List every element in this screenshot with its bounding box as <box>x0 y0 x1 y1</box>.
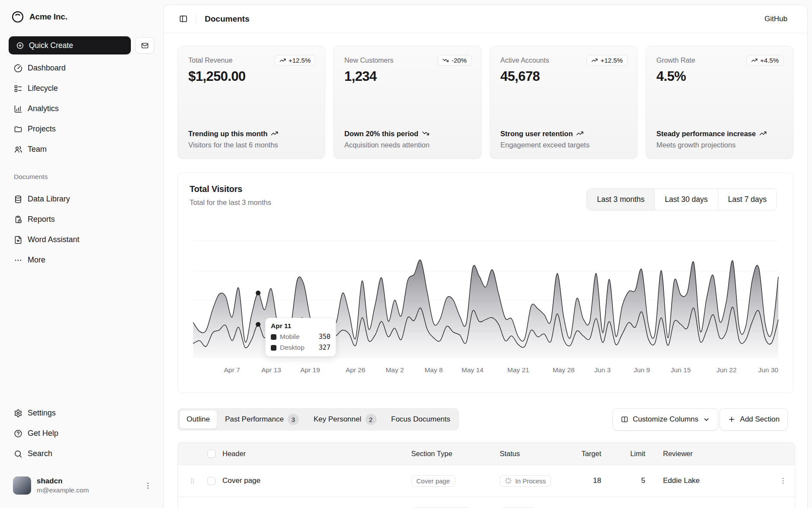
github-link[interactable]: GitHub <box>764 15 787 23</box>
sidebar-item-lifecycle[interactable]: Lifecycle <box>8 78 155 99</box>
page-title: Documents <box>205 14 249 24</box>
quick-create-label: Quick Create <box>29 41 73 50</box>
trending-up-icon <box>576 130 584 137</box>
sidebar-toggle-button[interactable] <box>177 13 190 26</box>
col-limit: Limit <box>606 450 650 458</box>
add-section-button[interactable]: Add Section <box>720 408 788 431</box>
users-icon <box>14 145 22 154</box>
user-email: m@example.com <box>37 486 89 494</box>
tab-outline[interactable]: Outline <box>179 410 217 429</box>
row-header: Cover page <box>222 476 411 485</box>
columns-icon <box>621 415 628 423</box>
sidebar-item-get-help[interactable]: Get Help <box>8 423 155 444</box>
range-button-last-3-months[interactable]: Last 3 months <box>587 189 654 210</box>
stat-value: 4.5% <box>657 69 783 84</box>
tab-focus-documents[interactable]: Focus Documents <box>384 410 457 429</box>
tab-key-personnel[interactable]: Key Personnel2 <box>307 410 384 429</box>
tab-past-performance[interactable]: Past Performance3 <box>218 410 306 429</box>
sidebar-item-settings[interactable]: Settings <box>8 403 155 423</box>
tab-label: Past Performance <box>225 415 284 424</box>
col-status: Status <box>500 450 562 458</box>
circle-help-icon <box>14 429 22 438</box>
tooltip-value: 327 <box>319 344 330 351</box>
tab-count-badge: 3 <box>288 414 299 425</box>
sidebar-item-analytics[interactable]: Analytics <box>8 99 155 119</box>
brand[interactable]: Acme Inc. <box>11 10 67 23</box>
trending-up-icon <box>591 57 598 64</box>
circle-plus-icon <box>16 42 24 50</box>
reviewer-value[interactable]: Eddie Lake <box>650 476 771 485</box>
stat-description: Visitors for the last 6 months <box>188 141 314 149</box>
trend-badge-value: -20% <box>451 57 466 64</box>
quick-create-button[interactable]: Quick Create <box>9 36 131 54</box>
stat-card-growth-rate: Growth Rate+4.5%4.5%Steady performance i… <box>646 46 793 159</box>
stat-card-active-accounts: Active Accounts+12.5%45,678Strong user r… <box>490 46 638 159</box>
nav-label: Team <box>28 145 47 154</box>
table-row[interactable]: Cover pageCover pageIn Process185Eddie L… <box>178 464 795 497</box>
database-icon <box>14 195 22 204</box>
sidebar-item-search[interactable]: Search <box>8 444 155 464</box>
stat-value: 45,678 <box>501 69 627 84</box>
file-word-icon <box>14 236 22 244</box>
tab-label: Focus Documents <box>391 415 450 424</box>
stat-description: Meets growth projections <box>657 141 783 149</box>
trend-badge-value: +12.5% <box>600 57 622 64</box>
nav-label: Search <box>28 449 52 458</box>
chevron-down-icon <box>703 416 710 423</box>
trending-up-icon <box>759 130 767 137</box>
chart-title: Total Visitors <box>190 184 242 194</box>
list-icon <box>14 84 22 93</box>
stat-description: Acquisition needs attention <box>344 141 470 149</box>
svg-text:Apr 13: Apr 13 <box>261 366 281 374</box>
trend-badge: +12.5% <box>587 55 627 66</box>
tab-count-badge: 2 <box>365 414 377 425</box>
trend-badge: -20% <box>438 55 471 66</box>
trend-badge-value: +12.5% <box>289 57 311 64</box>
nav-label: Lifecycle <box>28 84 58 93</box>
stat-footnote: Strong user retention <box>501 129 617 138</box>
sidebar-item-projects[interactable]: Projects <box>8 119 155 139</box>
ellipsis-icon <box>14 256 22 265</box>
svg-text:Jun 9: Jun 9 <box>634 366 650 374</box>
table-row[interactable]: Table of contentsTable of contentsDone29… <box>178 497 795 508</box>
user-name: shadcn <box>37 477 89 486</box>
row-checkbox[interactable] <box>207 477 216 485</box>
user-menu[interactable]: shadcn m@example.com <box>9 472 156 499</box>
sections-table: Header Section Type Status Target Limit … <box>178 442 795 508</box>
svg-text:May 14: May 14 <box>462 366 484 374</box>
sidebar-nav-main: DashboardLifecycleAnalyticsProjectsTeam <box>8 58 155 160</box>
svg-text:Jun 30: Jun 30 <box>758 366 778 374</box>
select-all-checkbox[interactable] <box>207 450 216 458</box>
nav-label: Analytics <box>28 104 59 113</box>
svg-text:Jun 15: Jun 15 <box>671 366 691 374</box>
svg-text:May 8: May 8 <box>425 366 443 374</box>
stat-footnote-text: Strong user retention <box>501 130 573 137</box>
range-button-last-7-days[interactable]: Last 7 days <box>718 189 777 210</box>
stat-footnote: Trending up this month <box>188 129 305 138</box>
gauge-icon <box>14 64 22 73</box>
sidebar-item-dashboard[interactable]: Dashboard <box>8 58 155 78</box>
svg-text:May 28: May 28 <box>553 366 575 374</box>
trend-badge: +12.5% <box>275 55 315 66</box>
stat-value: 1,234 <box>344 69 470 84</box>
customize-columns-button[interactable]: Customize Columns <box>612 408 718 431</box>
row-menu-icon[interactable] <box>779 477 787 485</box>
drag-handle-icon[interactable] <box>189 477 196 485</box>
inbox-button[interactable] <box>135 37 154 54</box>
sidebar-item-word-assistant[interactable]: Word Assistant <box>8 230 155 250</box>
svg-text:May 2: May 2 <box>386 366 404 374</box>
stat-value: $1,250.00 <box>188 69 314 84</box>
range-button-last-30-days[interactable]: Last 30 days <box>654 189 717 210</box>
add-section-label: Add Section <box>740 415 780 424</box>
gear-icon <box>14 409 22 418</box>
user-kebab-icon[interactable] <box>144 482 152 490</box>
chart-tooltip: Apr 11 Mobile 350 Desktop 327 <box>265 318 336 357</box>
sidebar-item-more[interactable]: More <box>8 250 155 270</box>
sidebar-item-team[interactable]: Team <box>8 139 155 160</box>
svg-text:May 21: May 21 <box>508 366 530 374</box>
range-toggle-group: Last 3 monthsLast 30 daysLast 7 days <box>587 189 777 211</box>
sidebar-item-data-library[interactable]: Data Library <box>8 189 155 209</box>
mobile-swatch <box>271 334 276 340</box>
tooltip-label: Desktop <box>280 344 304 351</box>
sidebar-item-reports[interactable]: Reports <box>8 209 155 230</box>
